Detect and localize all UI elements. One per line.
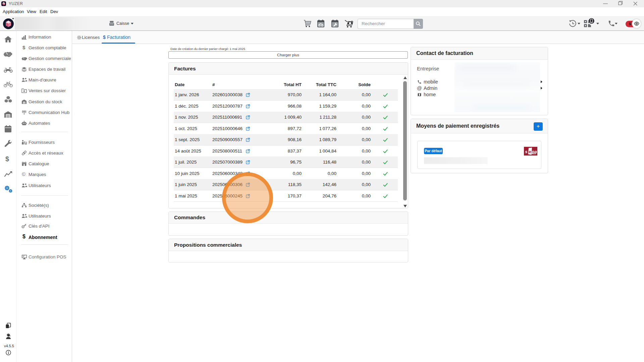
- svg-text:s: s: [525, 149, 527, 154]
- svg-text:e: e: [529, 149, 531, 154]
- svg-text:pa: pa: [532, 149, 537, 154]
